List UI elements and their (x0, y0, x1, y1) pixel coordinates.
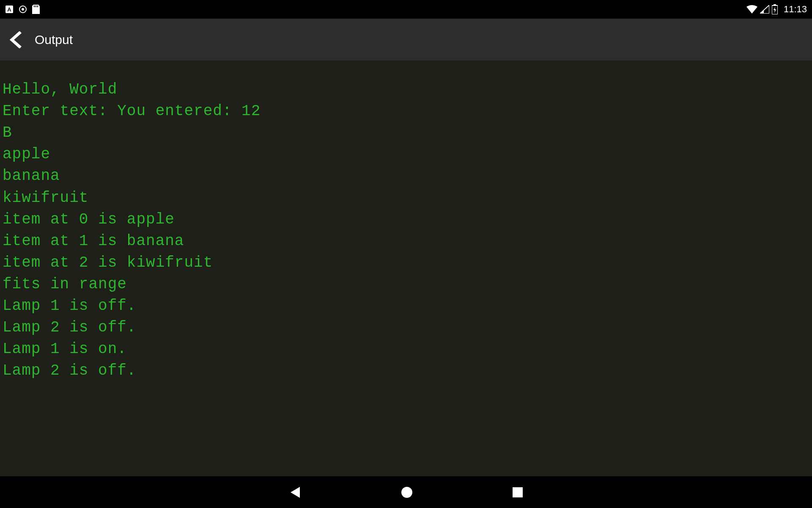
svg-rect-6 (37, 6, 38, 7)
battery-charging-icon (772, 4, 778, 14)
android-nav-bar (0, 476, 812, 508)
nav-recent-button[interactable] (511, 486, 524, 499)
wifi-icon (746, 5, 757, 14)
svg-rect-10 (513, 487, 523, 497)
keyboard-icon: A (5, 5, 14, 14)
svg-point-3 (22, 8, 24, 11)
svg-rect-4 (34, 6, 35, 7)
signal-icon (760, 5, 769, 14)
status-bar-right: 11:13 (746, 4, 807, 15)
nav-back-button[interactable] (288, 485, 302, 500)
circle-icon (19, 5, 27, 14)
sd-card-icon (32, 5, 40, 14)
status-time: 11:13 (784, 4, 807, 15)
nav-home-button[interactable] (400, 485, 414, 500)
console-output-area[interactable]: Hello, World Enter text: You entered: 12… (0, 61, 812, 476)
svg-point-9 (401, 487, 412, 498)
action-bar: Output (0, 19, 812, 61)
console-text: Hello, World Enter text: You entered: 12… (3, 79, 809, 382)
android-status-bar: A 11:13 (0, 0, 812, 19)
page-title: Output (35, 33, 73, 47)
status-bar-left: A (5, 5, 40, 14)
svg-rect-5 (36, 6, 36, 7)
svg-text:A: A (7, 6, 11, 13)
back-button[interactable] (9, 31, 22, 48)
